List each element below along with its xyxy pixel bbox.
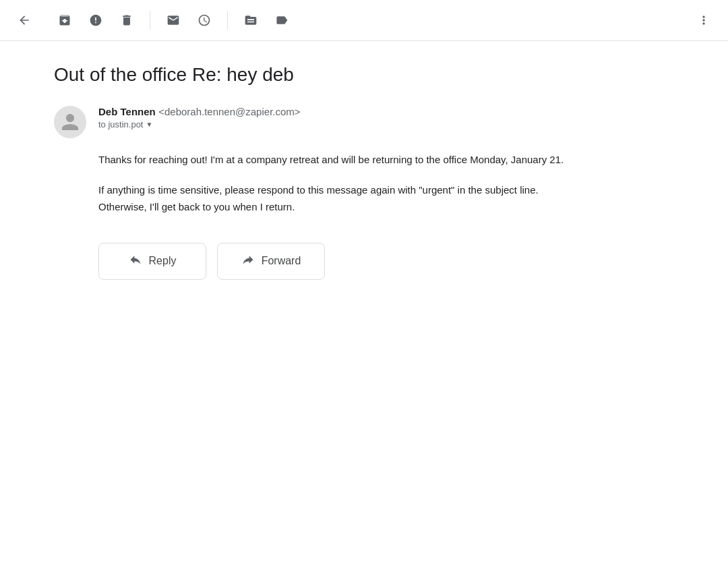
toolbar-group-2: [160, 7, 218, 34]
reply-label: Reply: [149, 255, 177, 267]
spam-button[interactable]: [82, 7, 109, 34]
sender-info: Deb Tennen <deborah.tennen@zapier.com> t…: [98, 106, 301, 129]
email-header: Deb Tennen <deborah.tennen@zapier.com> t…: [54, 106, 566, 138]
body-paragraph-2: If anything is time sensitive, please re…: [98, 182, 566, 216]
sender-name: Deb Tennen: [98, 106, 156, 117]
labels-button[interactable]: [268, 7, 295, 34]
forward-label: Forward: [262, 255, 301, 267]
archive-button[interactable]: [51, 7, 78, 34]
forward-button[interactable]: Forward: [217, 243, 325, 280]
avatar-icon: [60, 112, 80, 132]
sender-email: <deborah.tennen@zapier.com>: [158, 106, 300, 117]
email-body: Thanks for reaching out! I'm at a compan…: [98, 152, 566, 215]
divider-1: [150, 11, 150, 30]
chevron-down-icon: ▼: [146, 121, 153, 128]
snooze-button[interactable]: [191, 7, 218, 34]
toolbar-group-1: [51, 7, 140, 34]
divider-2: [227, 11, 228, 30]
toolbar: [0, 0, 728, 41]
forward-icon: [241, 253, 255, 270]
reply-button[interactable]: Reply: [98, 243, 206, 280]
toolbar-group-3: [237, 7, 295, 34]
to-label: to justin.pot: [98, 119, 144, 129]
reply-icon: [129, 253, 142, 270]
back-button[interactable]: [11, 7, 38, 34]
body-paragraph-1: Thanks for reaching out! I'm at a compan…: [98, 152, 566, 169]
move-to-button[interactable]: [237, 7, 264, 34]
action-buttons: Reply Forward: [98, 243, 566, 280]
delete-button[interactable]: [113, 7, 140, 34]
sender-to-row[interactable]: to justin.pot ▼: [98, 119, 301, 129]
email-container: Out of the office Re: hey deb Deb Tennen…: [0, 41, 607, 301]
more-button[interactable]: [690, 7, 717, 34]
email-subject: Out of the office Re: hey deb: [54, 63, 566, 87]
mark-unread-button[interactable]: [160, 7, 187, 34]
sender-name-row: Deb Tennen <deborah.tennen@zapier.com>: [98, 106, 301, 118]
avatar: [54, 106, 86, 138]
